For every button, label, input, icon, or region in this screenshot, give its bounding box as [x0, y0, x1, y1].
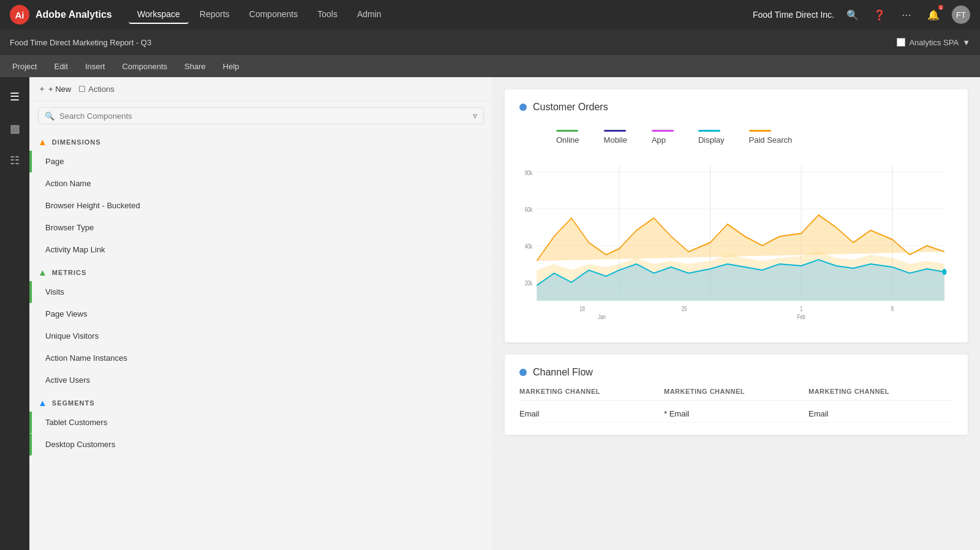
main-content: Customer Orders Online Mobile App [492, 77, 980, 550]
dimensions-icon: ▲ [38, 137, 47, 147]
search-bar: 🔍 ▿ [38, 107, 484, 124]
sidebar-panel: ＋ + New ☐ Actions 🔍 ▿ ▲ DIMENSIONS Page … [29, 77, 492, 550]
legend-app-label: App [652, 135, 674, 145]
table-row: Email * Email Email [519, 405, 953, 423]
legend-paid-search-line [749, 130, 771, 132]
legend-paid-search-label: Paid Search [749, 135, 793, 145]
svg-text:Feb: Feb [797, 313, 805, 321]
avatar[interactable]: FT [952, 6, 970, 24]
search-input[interactable] [59, 111, 468, 121]
new-button[interactable]: ＋ + New [38, 83, 71, 94]
dimension-browser-height[interactable]: Browser Height - Bucketed [29, 195, 492, 217]
table-cell-email-2: Email [809, 409, 953, 418]
checkbox-icon: ☐ [78, 85, 86, 94]
main-nav-items: Workspace Reports Components Tools Admin [129, 6, 738, 24]
nav-components[interactable]: Components [241, 6, 306, 24]
legend-display: Display [698, 130, 725, 145]
table-cell-email-0: Email [519, 409, 664, 418]
apps-icon[interactable]: ⋯ [898, 6, 915, 23]
actions-label: Actions [88, 85, 115, 94]
third-bar: Project Edit Insert Components Share Hel… [0, 55, 980, 77]
legend-display-label: Display [698, 135, 725, 145]
plus-icon: ＋ [38, 83, 46, 94]
dimensions-label: DIMENSIONS [52, 138, 101, 146]
menu-edit[interactable]: Edit [51, 61, 70, 72]
nav-reports[interactable]: Reports [191, 6, 238, 24]
svg-text:25: 25 [682, 305, 687, 313]
chart-icon[interactable]: ▩ [5, 119, 24, 138]
dimension-page[interactable]: Page [29, 151, 492, 173]
legend-online-line [556, 130, 578, 132]
analytics-spa-selector[interactable]: Analytics SPA ▼ [897, 38, 970, 47]
svg-marker-12 [537, 215, 944, 261]
actions-button[interactable]: ☐ Actions [78, 85, 115, 94]
nav-tools[interactable]: Tools [309, 6, 346, 24]
report-title: Food Time Direct Marketing Report - Q3 [10, 38, 151, 47]
channel-flow-headers: MARKETING CHANNEL MARKETING CHANNEL MARK… [519, 388, 953, 401]
chart-area: 80k 60k 40k 20k [519, 157, 953, 330]
panel-icon[interactable]: ☰ [5, 87, 24, 107]
legend-mobile-label: Mobile [604, 135, 627, 145]
nav-workspace[interactable]: Workspace [129, 6, 189, 24]
channel-flow-dot [519, 369, 527, 376]
legend-app-line [652, 130, 674, 132]
menu-insert[interactable]: Insert [83, 61, 108, 72]
svg-text:20k: 20k [525, 279, 533, 287]
legend-online-label: Online [556, 135, 579, 145]
col-header-1: MARKETING CHANNEL [664, 388, 809, 395]
svg-text:18: 18 [579, 305, 585, 313]
metrics-header: ▲ METRICS [29, 261, 492, 281]
customer-orders-card: Customer Orders Online Mobile App [505, 89, 968, 342]
col-header-2: MARKETING CHANNEL [809, 388, 953, 395]
segment-tablet[interactable]: Tablet Customers [29, 412, 492, 434]
channel-flow-title: Channel Flow [533, 367, 593, 378]
svg-text:1: 1 [800, 305, 802, 313]
legend-display-line [698, 130, 720, 132]
segments-header: ▲ SEGMENTS [29, 391, 492, 412]
list-icon[interactable]: ☷ [5, 151, 24, 170]
channel-flow-card: Channel Flow MARKETING CHANNEL MARKETING… [505, 355, 968, 435]
help-icon[interactable]: ❓ [871, 6, 888, 23]
second-bar: Food Time Direct Marketing Report - Q3 A… [0, 29, 980, 55]
svg-text:40k: 40k [525, 243, 533, 251]
metric-page-views[interactable]: Page Views [29, 303, 492, 325]
icon-rail: ☰ ▩ ☷ [0, 77, 29, 550]
segments-label: SEGMENTS [52, 399, 95, 407]
dimension-activity-map[interactable]: Activity Map Link [29, 239, 492, 261]
menu-help[interactable]: Help [221, 61, 242, 72]
notifications-icon[interactable]: 🔔 1 [925, 6, 942, 23]
legend-online: Online [556, 130, 579, 145]
menu-share[interactable]: Share [182, 61, 208, 72]
main-layout: ☰ ▩ ☷ ＋ + New ☐ Actions 🔍 ▿ ▲ DIMENSIONS… [0, 77, 980, 550]
channel-flow-title-row: Channel Flow [519, 367, 953, 378]
customer-orders-title-row: Customer Orders [519, 102, 953, 113]
segments-icon: ▲ [38, 397, 47, 408]
segment-desktop[interactable]: Desktop Customers [29, 434, 492, 456]
brand-logo: Ai Adobe Analytics [10, 5, 114, 24]
metric-action-name-instances[interactable]: Action Name Instances [29, 347, 492, 369]
svg-text:8: 8 [891, 305, 894, 313]
filter-icon[interactable]: ▿ [473, 111, 477, 121]
svg-text:Jan: Jan [598, 313, 606, 321]
metric-unique-visitors[interactable]: Unique Visitors [29, 325, 492, 347]
adobe-logo: Ai [10, 5, 29, 24]
top-nav-right: Food Time Direct Inc. 🔍 ❓ ⋯ 🔔 1 FT [753, 6, 970, 24]
segments-list: Tablet Customers Desktop Customers [29, 412, 492, 456]
metric-active-users[interactable]: Active Users [29, 369, 492, 391]
svg-point-21 [942, 269, 946, 275]
menu-project[interactable]: Project [10, 61, 39, 72]
menu-components[interactable]: Components [119, 61, 170, 72]
legend-app: App [652, 130, 674, 145]
dimension-action-name[interactable]: Action Name [29, 173, 492, 195]
analytics-spa-icon [897, 38, 905, 47]
dimensions-list: Page Action Name Browser Height - Bucket… [29, 151, 492, 261]
dimension-browser-type[interactable]: Browser Type [29, 217, 492, 239]
chart-svg: 80k 60k 40k 20k [519, 157, 953, 328]
svg-text:80k: 80k [525, 169, 533, 177]
search-icon[interactable]: 🔍 [844, 6, 861, 23]
chart-legend: Online Mobile App Display Paid Search [519, 122, 953, 147]
metric-visits[interactable]: Visits [29, 281, 492, 303]
nav-admin[interactable]: Admin [349, 6, 390, 24]
company-name: Food Time Direct Inc. [753, 10, 834, 20]
metrics-icon: ▲ [38, 267, 47, 277]
